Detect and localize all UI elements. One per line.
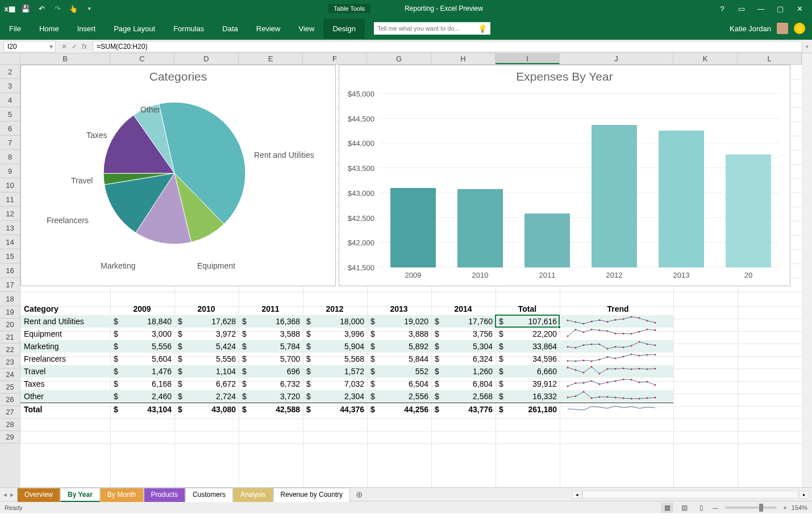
zoom-out-icon[interactable]: —	[712, 504, 718, 511]
tell-me-box[interactable]: 💡	[374, 22, 490, 35]
table-cell[interactable]: $34,596	[495, 353, 560, 365]
table-row[interactable]: Travel$1,476$1,104$696$1,572$552$1,260$6…	[20, 365, 673, 378]
table-cell[interactable]: $1,572	[303, 365, 367, 378]
table-cell[interactable]: $17,760	[431, 315, 495, 328]
tab-view[interactable]: View	[289, 19, 323, 39]
expand-formula-bar-icon[interactable]: ▾	[802, 44, 812, 49]
enter-formula-icon[interactable]: ✓	[72, 43, 77, 51]
minimize-icon[interactable]: —	[755, 3, 767, 14]
table-cell[interactable]: $5,424	[174, 340, 239, 353]
tell-me-input[interactable]	[377, 25, 478, 32]
table-cell[interactable]: $16,332	[495, 390, 560, 403]
zoom-level[interactable]: 154%	[792, 504, 807, 511]
col-header-E[interactable]: E	[239, 53, 303, 64]
table-cell[interactable]: 2009	[110, 303, 174, 315]
page-break-view-icon[interactable]: ▯	[695, 503, 707, 513]
sheet-tab-by-year[interactable]: By Year	[60, 488, 100, 502]
table-cell[interactable]: Travel	[20, 365, 110, 378]
row-header-5[interactable]: 5	[0, 107, 20, 122]
table-cell[interactable]: $5,892	[367, 340, 431, 353]
name-box-dropdown-icon[interactable]: ▾	[47, 43, 55, 51]
table-cell[interactable]: $2,724	[174, 390, 239, 403]
table-cell[interactable]: $2,556	[367, 390, 431, 403]
tab-insert[interactable]: Insert	[68, 19, 105, 39]
close-icon[interactable]: ✕	[794, 3, 805, 14]
table-cell[interactable]: $2,568	[431, 390, 495, 403]
table-cell[interactable]: $39,912	[495, 378, 560, 390]
table-cell[interactable]: $3,996	[303, 328, 367, 340]
scroll-track[interactable]	[582, 491, 798, 499]
touch-mode-icon[interactable]: 👆	[68, 3, 78, 14]
add-sheet-icon[interactable]: ⊕	[350, 489, 369, 500]
table-row[interactable]: Rent and Utilities$18,840$17,628$16,368$…	[20, 315, 673, 328]
table-cell[interactable]: Category	[20, 303, 110, 315]
sparkline-cell[interactable]	[560, 378, 673, 390]
row-header-18[interactable]: 18	[0, 292, 20, 306]
table-cell[interactable]: $2,460	[110, 390, 174, 403]
table-cell[interactable]: $3,588	[239, 328, 303, 340]
tab-data[interactable]: Data	[213, 19, 247, 39]
row-header-7[interactable]: 7	[0, 136, 20, 150]
scroll-left-icon[interactable]: ◂	[572, 491, 581, 499]
ribbon-options-icon[interactable]: ▭	[736, 3, 747, 14]
table-cell[interactable]: 2014	[431, 303, 495, 315]
sparkline-cell[interactable]	[560, 340, 673, 353]
row-header-17[interactable]: 17	[0, 278, 20, 292]
table-row[interactable]: Taxes$6,168$6,672$6,732$7,032$6,504$6,80…	[20, 378, 673, 390]
table-cell[interactable]: $17,628	[174, 315, 239, 328]
table-cell[interactable]: $5,304	[431, 340, 495, 353]
table-cell[interactable]: 2012	[303, 303, 367, 315]
table-cell[interactable]: $43,776	[431, 403, 495, 415]
table-cell[interactable]: Other	[20, 390, 110, 403]
col-header-D[interactable]: D	[174, 53, 239, 64]
table-row[interactable]: Marketing$5,556$5,424$5,784$5,904$5,892$…	[20, 340, 673, 353]
sheet-tab-overview[interactable]: Overview	[17, 488, 60, 502]
row-header-23[interactable]: 23	[0, 356, 20, 369]
table-cell[interactable]: Trend	[560, 303, 673, 315]
table-cell[interactable]: $18,000	[303, 315, 367, 328]
table-cell[interactable]: $44,376	[303, 403, 367, 415]
table-cell[interactable]: $5,556	[174, 353, 239, 365]
row-header-20[interactable]: 20	[0, 319, 20, 331]
table-cell[interactable]: $1,104	[174, 365, 239, 378]
table-cell[interactable]: $16,368	[239, 315, 303, 328]
table-cell[interactable]: $3,720	[239, 390, 303, 403]
column-headers[interactable]: BCDEFGHIJKL	[20, 53, 802, 65]
table-row[interactable]: Category200920102011201220132014TotalTre…	[20, 303, 673, 315]
row-header-6[interactable]: 6	[0, 122, 20, 136]
table-row[interactable]: Freelancers$5,604$5,556$5,700$5,568$5,84…	[20, 353, 673, 365]
table-cell[interactable]: 2011	[239, 303, 303, 315]
table-cell[interactable]: $6,732	[239, 378, 303, 390]
help-icon[interactable]: ?	[717, 3, 728, 14]
pie-chart[interactable]: Categories Rent and UtilitiesEquipmentMa…	[20, 65, 336, 286]
table-cell[interactable]: $33,864	[495, 340, 560, 353]
row-header-24[interactable]: 24	[0, 369, 20, 381]
row-header-26[interactable]: 26	[0, 394, 20, 406]
table-cell[interactable]: $22,200	[495, 328, 560, 340]
page-layout-view-icon[interactable]: ▤	[678, 503, 690, 513]
maximize-icon[interactable]: ▢	[774, 3, 786, 14]
tab-page-layout[interactable]: Page Layout	[105, 19, 164, 39]
row-header-13[interactable]: 13	[0, 221, 20, 235]
table-cell[interactable]: $19,020	[367, 315, 431, 328]
formula-input[interactable]: =SUM(C20:H20)	[93, 41, 802, 52]
name-box[interactable]: I20 ▾	[3, 41, 56, 52]
table-cell[interactable]: Freelancers	[20, 353, 110, 365]
table-cell[interactable]: $6,504	[367, 378, 431, 390]
row-header-29[interactable]: 29	[0, 431, 20, 443]
col-header-F[interactable]: F	[303, 53, 367, 64]
tab-file[interactable]: File	[0, 19, 30, 39]
horizontal-scrollbar[interactable]: ◂ ▸	[572, 489, 812, 500]
row-header-27[interactable]: 27	[0, 406, 20, 418]
table-cell[interactable]: $696	[239, 365, 303, 378]
tab-formulas[interactable]: Formulas	[164, 19, 213, 39]
table-cell[interactable]: $6,672	[174, 378, 239, 390]
col-header-G[interactable]: G	[367, 53, 431, 64]
col-header-B[interactable]: B	[20, 53, 110, 64]
row-header-10[interactable]: 10	[0, 178, 20, 192]
row-header-9[interactable]: 9	[0, 164, 20, 178]
table-cell[interactable]: $5,568	[303, 353, 367, 365]
scroll-right-icon[interactable]: ▸	[799, 491, 809, 499]
col-header-K[interactable]: K	[673, 53, 738, 64]
row-header-25[interactable]: 25	[0, 381, 20, 394]
